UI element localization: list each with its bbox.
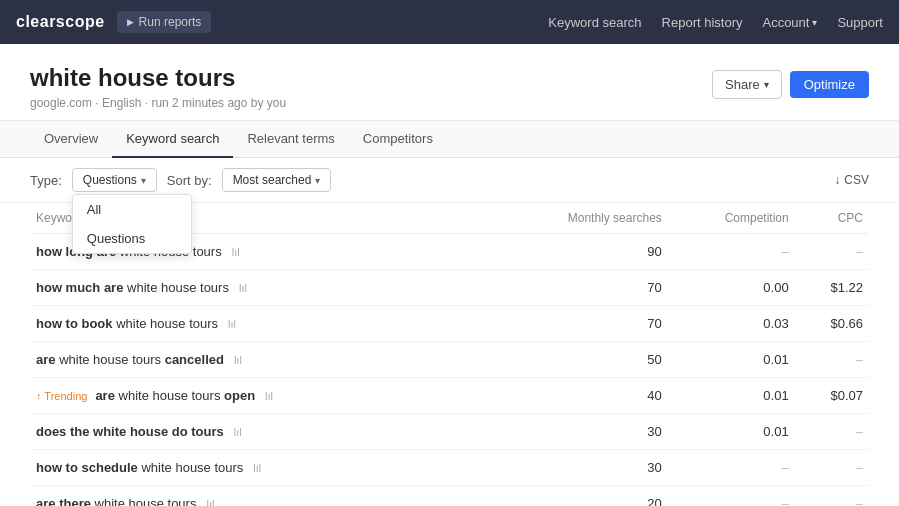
chart-icon[interactable]: lıl (239, 282, 247, 294)
monthly-searches-cell: 90 (491, 234, 668, 270)
keyword-cell: how to book white house tourslıl (30, 306, 491, 342)
logo: clearscope (16, 13, 105, 31)
col-monthly-searches: Monthly searches (491, 203, 668, 234)
sort-dropdown-button[interactable]: Most searched (222, 168, 332, 192)
nav-account[interactable]: Account (762, 15, 817, 30)
competition-cell: 0.01 (668, 342, 795, 378)
competition-cell: 0.00 (668, 270, 795, 306)
monthly-searches-cell: 30 (491, 450, 668, 486)
keyword-text: does the white house do tours (36, 424, 224, 439)
cpc-cell: – (795, 414, 869, 450)
tab-overview[interactable]: Overview (30, 121, 112, 158)
type-label: Type: (30, 173, 62, 188)
keyword-cell: how to schedule white house tourslıl (30, 450, 491, 486)
table-row: how much are white house tourslıl700.00$… (30, 270, 869, 306)
cpc-cell: – (795, 486, 869, 507)
competition-cell: – (668, 450, 795, 486)
keyword-cell: are white house tours cancelledlıl (30, 342, 491, 378)
table-row: does the white house do tourslıl300.01– (30, 414, 869, 450)
table-row: are there white house tourslıl20–– (30, 486, 869, 507)
monthly-searches-cell: 40 (491, 378, 668, 414)
report-meta: google.com · English · run 2 minutes ago… (30, 96, 286, 110)
monthly-searches-cell: 30 (491, 414, 668, 450)
tab-bar: Overview Keyword search Relevant terms C… (0, 121, 899, 158)
nav-links: Keyword search Report history Account Su… (548, 15, 883, 30)
keyword-cell: does the white house do tourslıl (30, 414, 491, 450)
cpc-cell: – (795, 450, 869, 486)
chart-icon[interactable]: lıl (253, 462, 261, 474)
col-cpc: CPC (795, 203, 869, 234)
competition-cell: 0.01 (668, 378, 795, 414)
keyword-cell: are there white house tourslıl (30, 486, 491, 507)
csv-button[interactable]: CSV (834, 173, 869, 187)
toolbar: Type: Questions All Questions Sort by: M… (0, 158, 899, 203)
tab-relevant-terms[interactable]: Relevant terms (233, 121, 348, 158)
chart-icon[interactable]: lıl (234, 354, 242, 366)
nav-keyword-search[interactable]: Keyword search (548, 15, 641, 30)
competition-cell: 0.01 (668, 414, 795, 450)
share-button[interactable]: Share (712, 70, 782, 99)
keyword-text: how much are white house tours (36, 280, 229, 295)
run-reports-button[interactable]: Run reports (117, 11, 212, 33)
keyword-text: how to schedule white house tours (36, 460, 243, 475)
competition-cell: – (668, 486, 795, 507)
optimize-button[interactable]: Optimize (790, 71, 869, 98)
type-dropdown[interactable]: Questions All Questions (72, 168, 157, 192)
keyword-text: are white house tours open (95, 388, 255, 403)
table-row: how to schedule white house tourslıl30–– (30, 450, 869, 486)
monthly-searches-cell: 70 (491, 270, 668, 306)
chart-icon[interactable]: lıl (232, 246, 240, 258)
cpc-cell: $1.22 (795, 270, 869, 306)
keyword-cell: how much are white house tourslıl (30, 270, 491, 306)
tab-keyword-search[interactable]: Keyword search (112, 121, 233, 158)
competition-cell: 0.03 (668, 306, 795, 342)
keyword-text: how to book white house tours (36, 316, 218, 331)
sort-label: Sort by: (167, 173, 212, 188)
cpc-cell: – (795, 342, 869, 378)
table-row: ↑ Trendingare white house tours openlıl4… (30, 378, 869, 414)
main-content: white house tours google.com · English ·… (0, 44, 899, 506)
type-option-all[interactable]: All (73, 195, 191, 224)
trending-badge: ↑ Trending (36, 390, 87, 402)
header-left: white house tours google.com · English ·… (30, 64, 286, 110)
monthly-searches-cell: 50 (491, 342, 668, 378)
navbar: clearscope Run reports Keyword search Re… (0, 0, 899, 44)
chart-icon[interactable]: lıl (206, 498, 214, 507)
chart-icon[interactable]: lıl (234, 426, 242, 438)
competition-cell: – (668, 234, 795, 270)
monthly-searches-cell: 70 (491, 306, 668, 342)
col-competition: Competition (668, 203, 795, 234)
keyword-text: are there white house tours (36, 496, 196, 506)
keyword-text: are white house tours cancelled (36, 352, 224, 367)
nav-report-history[interactable]: Report history (662, 15, 743, 30)
type-dropdown-button[interactable]: Questions (72, 168, 157, 192)
cpc-cell: – (795, 234, 869, 270)
report-header: white house tours google.com · English ·… (0, 44, 899, 121)
chart-icon[interactable]: lıl (265, 390, 273, 402)
report-title: white house tours (30, 64, 286, 92)
cpc-cell: $0.07 (795, 378, 869, 414)
table-row: are white house tours cancelledlıl500.01… (30, 342, 869, 378)
tab-competitors[interactable]: Competitors (349, 121, 447, 158)
chart-icon[interactable]: lıl (228, 318, 236, 330)
monthly-searches-cell: 20 (491, 486, 668, 507)
sort-dropdown[interactable]: Most searched (222, 168, 332, 192)
header-actions: Share Optimize (712, 70, 869, 99)
type-dropdown-menu: All Questions (72, 194, 192, 254)
table-body: how long are white house tourslıl90––how… (30, 234, 869, 507)
cpc-cell: $0.66 (795, 306, 869, 342)
nav-support[interactable]: Support (837, 15, 883, 30)
table-row: how to book white house tourslıl700.03$0… (30, 306, 869, 342)
type-option-questions[interactable]: Questions (73, 224, 191, 253)
keyword-cell: ↑ Trendingare white house tours openlıl (30, 378, 491, 414)
